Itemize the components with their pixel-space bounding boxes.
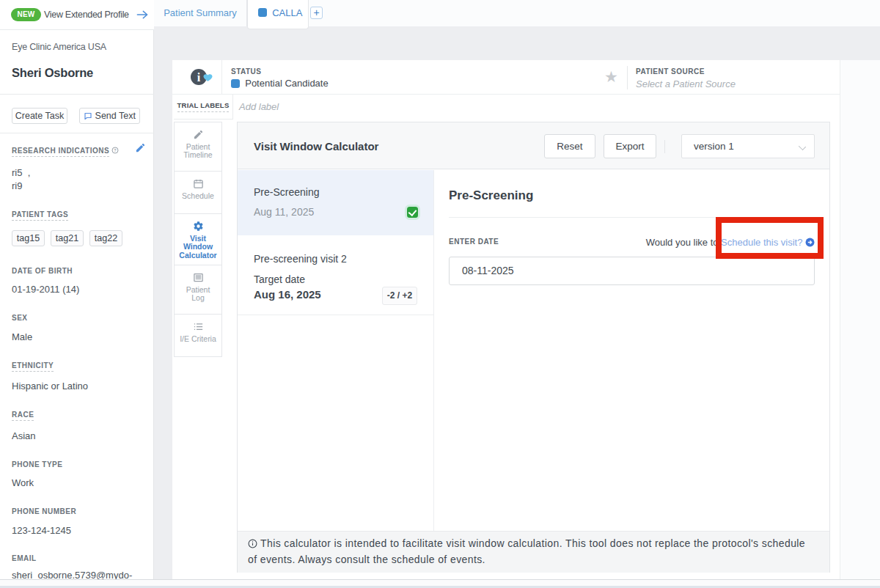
svg-text:i: i: [197, 71, 201, 84]
svg-text:?: ?: [114, 148, 117, 152]
